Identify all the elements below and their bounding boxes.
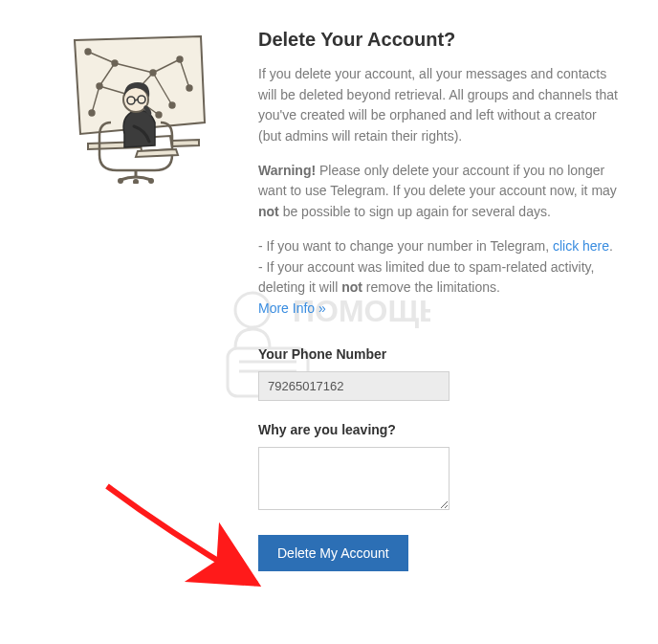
svg-point-26 [148,178,154,184]
svg-line-23 [135,100,138,100]
intro-paragraph: If you delete your account, all your mes… [258,64,620,147]
svg-point-15 [177,56,183,62]
phone-input[interactable] [258,371,450,401]
reason-label: Why are you leaving? [258,422,620,437]
warning-not: not [258,204,279,219]
warning-paragraph: Warning! Please only delete your account… [258,161,620,223]
reason-textarea[interactable] [258,447,450,510]
svg-point-17 [169,102,175,108]
svg-point-14 [150,70,156,76]
illustration [57,29,220,571]
svg-point-16 [186,85,192,91]
warning-label: Warning! [258,163,316,178]
svg-point-12 [97,83,102,89]
page-title: Delete Your Account? [258,29,620,51]
delete-account-button[interactable]: Delete My Account [258,535,408,571]
svg-point-10 [85,49,91,55]
svg-point-19 [89,110,95,116]
svg-point-25 [118,178,123,184]
more-info-link[interactable]: More Info » [258,300,326,316]
svg-point-18 [156,112,162,118]
phone-label: Your Phone Number [258,346,620,362]
hint-change-number: - If you want to change your number in T… [258,236,620,320]
svg-point-27 [133,179,139,184]
change-number-link[interactable]: click here [553,238,609,254]
svg-point-11 [112,60,118,66]
